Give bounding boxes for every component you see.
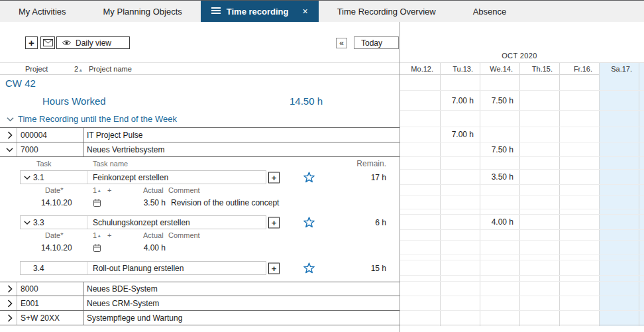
day-cell[interactable] (559, 296, 599, 310)
day-cell[interactable] (599, 127, 639, 142)
day-cell[interactable] (400, 142, 440, 156)
day-cell[interactable] (559, 127, 599, 142)
day-cell[interactable] (599, 142, 639, 156)
day-cell[interactable] (559, 311, 599, 325)
project-row-left[interactable]: 7000 Neues Vertriebsystem (0, 142, 400, 157)
add-entry-button[interactable]: + (268, 172, 280, 183)
chevron-down-icon[interactable] (6, 147, 13, 152)
day-cell[interactable] (440, 260, 480, 275)
add-date-button[interactable]: + (107, 185, 111, 195)
close-icon[interactable]: × (302, 7, 307, 16)
entry-actual[interactable]: 3.50 h (136, 195, 166, 209)
day-cell[interactable]: 3.50 h (480, 170, 519, 184)
task-header: Task (36, 157, 52, 170)
chevron-right-icon[interactable] (7, 314, 13, 322)
entry-date[interactable]: 14.10.20 (41, 241, 72, 254)
entry-comment[interactable]: Revision of the outline concept (171, 195, 279, 209)
day-cell[interactable] (400, 296, 440, 310)
chevron-down-icon[interactable] (7, 117, 14, 122)
chevron-down-icon[interactable] (24, 220, 30, 225)
day-cell[interactable] (559, 142, 599, 156)
day-cell[interactable] (440, 170, 480, 184)
day-cell[interactable] (599, 282, 639, 296)
entry-cells (400, 195, 644, 209)
add-date-button[interactable]: + (107, 230, 111, 241)
day-cell[interactable]: 4.00 h (480, 215, 519, 229)
remaining-hours: 17 h (371, 170, 386, 185)
calendar-icon[interactable] (93, 243, 101, 252)
day-cell[interactable] (400, 215, 440, 229)
day-cell[interactable] (519, 260, 559, 275)
day-cell[interactable] (480, 282, 519, 296)
tab-my-activities[interactable]: My Activities (0, 1, 85, 22)
day-cell[interactable] (400, 260, 440, 275)
sort-asc-icon: ▲ (78, 68, 83, 72)
previous-week-button[interactable]: « (336, 38, 347, 48)
day-cell[interactable] (559, 260, 599, 275)
project-row-left[interactable]: S+W 20XX Systempflege und Wartung (0, 311, 400, 325)
day-cell[interactable] (559, 215, 599, 229)
menu-icon[interactable] (211, 7, 221, 17)
day-cell[interactable] (519, 127, 559, 142)
tab-time-recording[interactable]: Time recording × (201, 1, 319, 22)
day-cell[interactable]: 7.00 h (440, 127, 480, 142)
entry-actual[interactable]: 4.00 h (136, 241, 166, 254)
project-id: S+W 20XX (21, 311, 60, 325)
day-cell[interactable] (480, 260, 519, 275)
tab-my-planning-objects[interactable]: My Planning Objects (85, 1, 201, 22)
project-name: Neues BDE-System (87, 282, 158, 296)
entry-date[interactable]: 14.10.20 (41, 195, 72, 209)
day-cell[interactable] (599, 311, 639, 325)
tab-time-recording-overview[interactable]: Time Recording Overview (319, 1, 455, 22)
day-cell[interactable] (400, 170, 440, 184)
view-select[interactable]: Daily view (56, 36, 130, 49)
chevron-right-icon[interactable] (7, 300, 13, 307)
day-cell[interactable] (440, 311, 480, 325)
day-cell[interactable] (599, 296, 639, 310)
day-cell[interactable] (400, 282, 440, 296)
chevron-right-icon[interactable] (7, 131, 13, 139)
day-cell[interactable] (480, 296, 519, 310)
day-cell[interactable] (559, 282, 599, 296)
sort-indicator[interactable]: 2▲ (74, 63, 83, 75)
day-cell[interactable]: 7.50 h (480, 142, 519, 156)
day-cell[interactable] (480, 127, 519, 142)
day-cell[interactable] (599, 260, 639, 275)
hours-worked-label: Hours Worked (42, 91, 106, 111)
day-cell[interactable] (440, 282, 480, 296)
mail-button[interactable] (40, 36, 55, 49)
day-cell[interactable] (400, 311, 440, 325)
project-name: Neues CRM-System (87, 296, 159, 310)
tab-absence[interactable]: Absence (455, 1, 525, 22)
pane-splitter[interactable] (400, 22, 400, 332)
add-entry-button[interactable]: + (268, 262, 280, 274)
chevron-down-icon[interactable] (24, 175, 30, 180)
day-cell[interactable] (400, 127, 440, 142)
day-cell[interactable] (599, 170, 639, 184)
chevron-right-icon[interactable] (7, 285, 13, 293)
day-cell[interactable] (559, 170, 599, 184)
favorite-star-icon[interactable] (303, 216, 315, 229)
add-button[interactable]: + (25, 36, 38, 49)
day-cell[interactable] (480, 311, 519, 325)
day-cell[interactable] (519, 311, 559, 325)
favorite-star-icon[interactable] (303, 171, 315, 184)
project-row-left[interactable]: E001 Neues CRM-System (0, 296, 400, 311)
day-cell[interactable] (440, 296, 480, 310)
day-cell[interactable] (440, 215, 480, 229)
day-cell[interactable] (519, 282, 559, 296)
day-cell[interactable] (519, 296, 559, 310)
project-row-left[interactable]: 8000 Neues BDE-System (0, 282, 400, 296)
sort-indicator[interactable]: 1▲ (93, 230, 101, 241)
favorite-star-icon[interactable] (303, 262, 315, 274)
today-button[interactable]: Today (354, 36, 399, 49)
day-cell[interactable] (440, 142, 480, 156)
project-row-left[interactable]: 000004 IT Project Pulse (0, 127, 400, 142)
day-cell[interactable] (599, 215, 639, 229)
sort-indicator[interactable]: 1▲ (93, 185, 101, 195)
add-entry-button[interactable]: + (268, 217, 280, 228)
day-cell[interactable] (519, 215, 559, 229)
calendar-icon[interactable] (93, 198, 101, 207)
day-cell[interactable] (519, 170, 559, 184)
day-cell[interactable] (519, 142, 559, 156)
